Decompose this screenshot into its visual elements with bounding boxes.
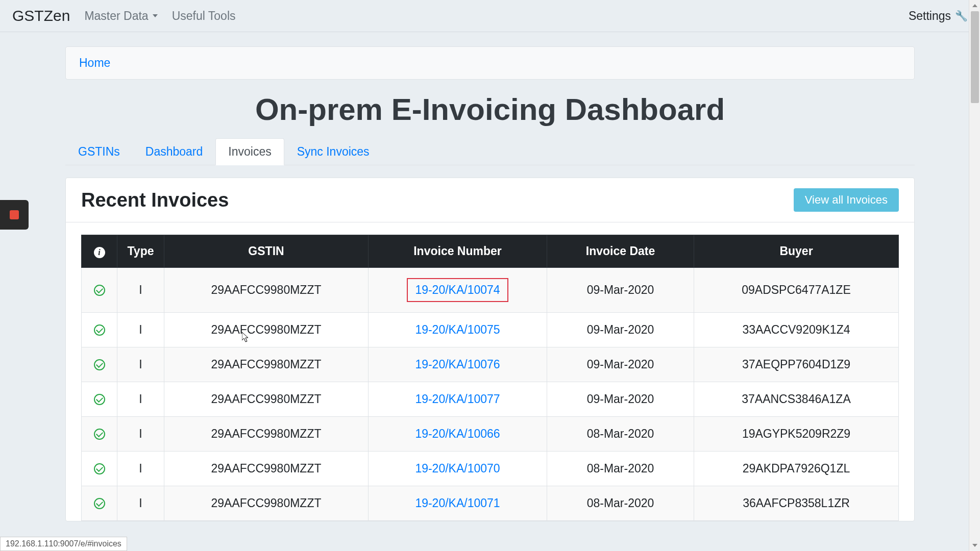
invoice-link[interactable]: 19-20/KA/10071 <box>415 496 500 510</box>
cell-invoice-date: 08-Mar-2020 <box>547 417 694 452</box>
check-circle-icon <box>94 498 105 509</box>
table-row: I29AAFCC9980MZZT19-20/KA/1007609-Mar-202… <box>82 347 899 382</box>
cell-buyer: 37AEQPP7604D1Z9 <box>694 347 899 382</box>
th-buyer: Buyer <box>694 235 899 268</box>
tab-gstins[interactable]: GSTINs <box>65 138 133 165</box>
status-bar: 192.168.1.110:9007/e/#invoices <box>0 537 127 551</box>
th-invoice-date: Invoice Date <box>547 235 694 268</box>
nav-master-data[interactable]: Master Data <box>84 9 157 23</box>
card-header: Recent Invoices View all Invoices <box>66 178 914 222</box>
cell-gstin: 29AAFCC9980MZZT <box>164 268 369 313</box>
th-invoice-number: Invoice Number <box>369 235 547 268</box>
invoices-table: i Type GSTIN Invoice Number Invoice Date… <box>81 235 899 521</box>
tabs: GSTINs Dashboard Invoices Sync Invoices <box>65 138 915 165</box>
cell-invoice-number: 19-20/KA/10074 <box>369 268 547 313</box>
page-title: On-prem E-Invoicing Dashboard <box>65 92 915 127</box>
breadcrumb-home[interactable]: Home <box>79 56 110 69</box>
cell-gstin: 29AAFCC9980MZZT <box>164 347 369 382</box>
view-all-invoices-button[interactable]: View all Invoices <box>794 188 899 212</box>
nav-master-data-label: Master Data <box>84 9 148 23</box>
cell-invoice-number: 19-20/KA/10076 <box>369 347 547 382</box>
check-circle-icon <box>94 324 105 336</box>
nav-settings[interactable]: Settings 🔧 <box>909 9 968 23</box>
table-row: I29AAFCC9980MZZT19-20/KA/1007108-Mar-202… <box>82 486 899 521</box>
table-row: I29AAFCC9980MZZT19-20/KA/1006608-Mar-202… <box>82 417 899 452</box>
nav-left: GSTZen Master Data Useful Tools <box>12 7 236 24</box>
cell-gstin: 29AAFCC9980MZZT <box>164 452 369 486</box>
nav-useful-tools[interactable]: Useful Tools <box>172 9 236 23</box>
th-status: i <box>82 235 117 268</box>
cell-invoice-date: 08-Mar-2020 <box>547 486 694 521</box>
cell-status <box>82 486 117 521</box>
cell-gstin: 29AAFCC9980MZZT <box>164 417 369 452</box>
caret-down-icon <box>153 14 158 17</box>
cell-invoice-number: 19-20/KA/10071 <box>369 486 547 521</box>
cell-invoice-date: 09-Mar-2020 <box>547 268 694 313</box>
cell-status <box>82 452 117 486</box>
cell-invoice-number: 19-20/KA/10066 <box>369 417 547 452</box>
invoice-link[interactable]: 19-20/KA/10070 <box>415 462 500 475</box>
cell-type: I <box>117 382 164 417</box>
cell-invoice-number: 19-20/KA/10075 <box>369 313 547 347</box>
tab-invoices[interactable]: Invoices <box>215 138 284 165</box>
info-icon: i <box>94 247 105 258</box>
tab-sync-invoices[interactable]: Sync Invoices <box>284 138 382 165</box>
cell-invoice-number: 19-20/KA/10077 <box>369 382 547 417</box>
navbar: GSTZen Master Data Useful Tools Settings… <box>0 0 980 32</box>
check-circle-icon <box>94 394 105 405</box>
invoice-link[interactable]: 19-20/KA/10075 <box>415 323 500 336</box>
side-panel-tab[interactable] <box>0 200 29 230</box>
cell-type: I <box>117 268 164 313</box>
cell-invoice-date: 09-Mar-2020 <box>547 382 694 417</box>
card-title: Recent Invoices <box>81 189 229 211</box>
cell-invoice-date: 08-Mar-2020 <box>547 452 694 486</box>
scroll-up-icon[interactable] <box>972 4 977 7</box>
cell-status <box>82 382 117 417</box>
cell-buyer: 33AACCV9209K1Z4 <box>694 313 899 347</box>
check-circle-icon <box>94 359 105 370</box>
table-row: I29AAFCC9980MZZT19-20/KA/1007409-Mar-202… <box>82 268 899 313</box>
scroll-down-icon[interactable] <box>972 544 977 547</box>
tab-dashboard[interactable]: Dashboard <box>133 138 216 165</box>
table-row: I29AAFCC9980MZZT19-20/KA/1007509-Mar-202… <box>82 313 899 347</box>
cell-status <box>82 347 117 382</box>
cell-buyer: 09ADSPC6477A1ZE <box>694 268 899 313</box>
th-gstin: GSTIN <box>164 235 369 268</box>
cell-status <box>82 268 117 313</box>
invoice-link[interactable]: 19-20/KA/10066 <box>415 427 500 440</box>
cell-status <box>82 417 117 452</box>
cell-type: I <box>117 452 164 486</box>
check-circle-icon <box>94 285 105 296</box>
cell-type: I <box>117 347 164 382</box>
cell-status <box>82 313 117 347</box>
cell-type: I <box>117 417 164 452</box>
check-circle-icon <box>94 463 105 474</box>
table-row: I29AAFCC9980MZZT19-20/KA/1007709-Mar-202… <box>82 382 899 417</box>
main-container: Home On-prem E-Invoicing Dashboard GSTIN… <box>61 46 919 521</box>
invoice-link[interactable]: 19-20/KA/10077 <box>415 392 500 406</box>
record-icon <box>10 210 19 219</box>
cell-gstin: 29AAFCC9980MZZT <box>164 313 369 347</box>
cell-invoice-number: 19-20/KA/10070 <box>369 452 547 486</box>
th-type: Type <box>117 235 164 268</box>
wrench-icon: 🔧 <box>955 10 968 22</box>
check-circle-icon <box>94 429 105 440</box>
scroll-thumb[interactable] <box>971 11 979 103</box>
cell-buyer: 37AANCS3846A1ZA <box>694 382 899 417</box>
cell-type: I <box>117 486 164 521</box>
brand-logo[interactable]: GSTZen <box>12 7 70 24</box>
cell-gstin: 29AAFCC9980MZZT <box>164 486 369 521</box>
cell-buyer: 36AAFCP8358L1ZR <box>694 486 899 521</box>
cell-invoice-date: 09-Mar-2020 <box>547 313 694 347</box>
cell-buyer: 19AGYPK5209R2Z9 <box>694 417 899 452</box>
table-row: I29AAFCC9980MZZT19-20/KA/1007008-Mar-202… <box>82 452 899 486</box>
breadcrumb: Home <box>65 46 915 80</box>
table-header-row: i Type GSTIN Invoice Number Invoice Date… <box>82 235 899 268</box>
nav-settings-label: Settings <box>909 9 951 23</box>
cell-type: I <box>117 313 164 347</box>
cell-invoice-date: 09-Mar-2020 <box>547 347 694 382</box>
cell-gstin: 29AAFCC9980MZZT <box>164 382 369 417</box>
invoice-link[interactable]: 19-20/KA/10076 <box>415 358 500 371</box>
invoice-link[interactable]: 19-20/KA/10074 <box>407 278 508 302</box>
scrollbar[interactable] <box>969 0 980 551</box>
